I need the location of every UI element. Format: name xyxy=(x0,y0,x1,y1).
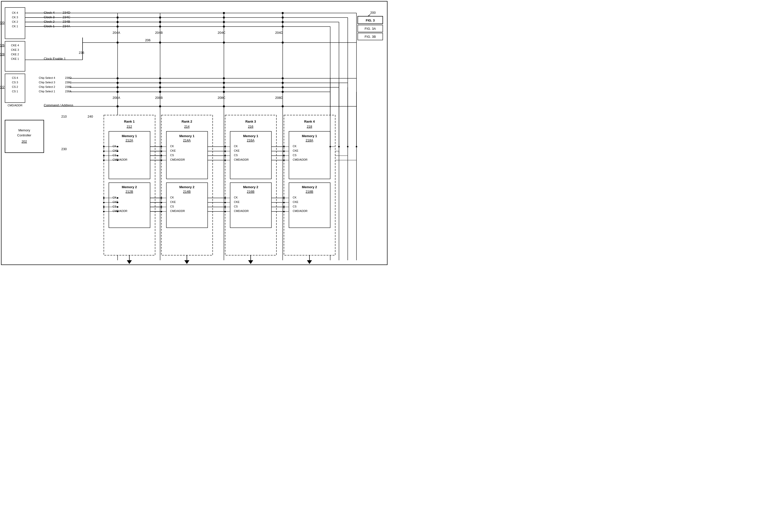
svg-point-29 xyxy=(282,21,284,23)
rank3-id: 216 xyxy=(248,125,253,128)
svg-point-52 xyxy=(117,91,119,93)
r1m2-cmd: CMD/ADDR xyxy=(113,209,127,212)
r2m2-ck: CK xyxy=(170,196,174,199)
cke-bus-206: 206 xyxy=(145,38,150,42)
r3m2-ck: CK xyxy=(234,196,238,199)
r2m1-cmd: CMD/ADDR xyxy=(170,158,185,161)
r4m2-cs: CS xyxy=(293,205,297,208)
cs1-id: 238A xyxy=(65,90,72,93)
cs3-label: Chip Select 3 xyxy=(39,81,55,84)
svg-point-207 xyxy=(117,105,119,107)
cs1-label: Chip Select 1 xyxy=(39,90,55,93)
r2m2-cke: CKE xyxy=(170,200,176,203)
svg-point-27 xyxy=(159,21,161,23)
cs4-signal: CS 4 xyxy=(12,76,18,79)
svg-point-82 xyxy=(103,150,105,152)
clock2-label: Clock 2 xyxy=(44,20,54,23)
r1m1-ck: CK xyxy=(113,145,117,148)
r1m1-cs: CS xyxy=(113,153,116,156)
cke4-signal: CKE 4 xyxy=(11,44,19,47)
svg-point-68 xyxy=(223,105,225,107)
r4m1-cs: CS xyxy=(293,153,297,156)
svg-point-41 xyxy=(117,41,119,43)
cke3-signal: CKE 3 xyxy=(11,48,19,51)
svg-point-91 xyxy=(103,202,105,203)
clock3-label: Clock 3 xyxy=(44,15,54,19)
r4m1-label: Memory 1 xyxy=(302,134,317,138)
svg-point-62 xyxy=(282,82,284,84)
svg-point-64 xyxy=(282,91,284,93)
diagram-container: 200 FIG. 3 FIG. 3A FIG. 3B Memory Contro… xyxy=(0,0,388,266)
ref-num: 200 xyxy=(370,11,376,14)
r2m1-ck: CK xyxy=(170,145,174,148)
clock1-id: 234A xyxy=(63,24,70,28)
r3m1-cs: CS xyxy=(234,153,238,156)
svg-point-92 xyxy=(103,206,105,208)
svg-point-24 xyxy=(223,25,225,27)
r2m2-cmd: CMD/ADDR xyxy=(170,209,185,212)
ck4-signal: CK 4 xyxy=(12,11,18,14)
r1m1-id: 212A xyxy=(126,138,133,142)
r4m1-cmd: CMD/ADDR xyxy=(293,158,308,161)
r4m1-cke: CKE xyxy=(293,149,299,152)
r1m2-cs: CS xyxy=(113,205,116,208)
svg-point-61 xyxy=(282,77,284,79)
rank4-id: 218 xyxy=(307,125,312,128)
fig3b-label: FIG. 3B xyxy=(365,35,376,38)
svg-point-42 xyxy=(159,41,161,43)
bus-208c: 208C xyxy=(218,96,225,100)
svg-point-90 xyxy=(103,197,105,199)
svg-point-31 xyxy=(159,16,161,18)
svg-point-56 xyxy=(159,91,161,93)
mc-label2: Controller xyxy=(17,133,31,137)
r3m2-cmd: CMD/ADDR xyxy=(234,209,249,212)
cs1-signal: CS 1 xyxy=(12,90,18,93)
r4m2-cmd: CMD/ADDR xyxy=(293,209,308,212)
bus-204b: 204B xyxy=(155,31,162,34)
r3m1-id: 216A xyxy=(247,138,255,142)
svg-point-58 xyxy=(223,82,225,84)
r4m2-id: 218B xyxy=(306,190,313,193)
r1m1-cmd: CMD/ADDR xyxy=(113,158,127,161)
r2m2-cs: CS xyxy=(170,205,174,208)
r3m1-ck: CK xyxy=(234,145,238,148)
bus-208a: 208A xyxy=(113,96,120,100)
svg-point-51 xyxy=(117,86,119,88)
cke1-signal: CKE 1 xyxy=(11,57,19,60)
svg-point-54 xyxy=(159,82,161,84)
rank2-id: 214 xyxy=(184,125,190,128)
svg-point-60 xyxy=(223,91,225,93)
svg-point-49 xyxy=(117,77,119,79)
fig3a-label: FIG. 3A xyxy=(365,27,376,30)
group-226: 226 xyxy=(0,43,4,47)
r2m2-id: 214B xyxy=(183,190,191,193)
cs2-id: 238B xyxy=(65,85,72,88)
r4m2-cke: CKE xyxy=(293,200,299,203)
svg-point-22 xyxy=(117,25,119,27)
bus-208d: 208D xyxy=(275,96,283,100)
svg-point-26 xyxy=(117,21,119,23)
group-228: 228 xyxy=(0,52,4,56)
cs2-signal: CS 2 xyxy=(12,85,18,88)
rank2-label: Rank 2 xyxy=(182,120,192,123)
bus-204a: 204A xyxy=(113,31,120,34)
svg-point-43 xyxy=(223,41,225,43)
ck1-signal: CK 1 xyxy=(12,25,18,28)
cs2-label: Chip Select 2 xyxy=(39,85,55,88)
mc-num: 202 xyxy=(21,140,27,143)
ck3-signal: CK 3 xyxy=(12,16,18,19)
svg-point-67 xyxy=(159,105,161,107)
svg-point-23 xyxy=(159,25,161,27)
bus-204c: 204C xyxy=(218,31,225,34)
r3m1-cke: CKE xyxy=(234,149,240,152)
r1m2-label: Memory 2 xyxy=(122,185,137,189)
svg-point-215 xyxy=(347,146,348,147)
r3m1-label: Memory 1 xyxy=(243,134,258,138)
r4m1-id: 218A xyxy=(306,138,314,142)
svg-point-25 xyxy=(282,25,284,27)
svg-point-57 xyxy=(223,77,225,79)
clock4-label: Clock 4 xyxy=(44,11,54,14)
rank4-label: Rank 4 xyxy=(304,120,315,123)
ck2-signal: CK 2 xyxy=(12,20,18,23)
r2m1-cs: CS xyxy=(170,153,174,156)
